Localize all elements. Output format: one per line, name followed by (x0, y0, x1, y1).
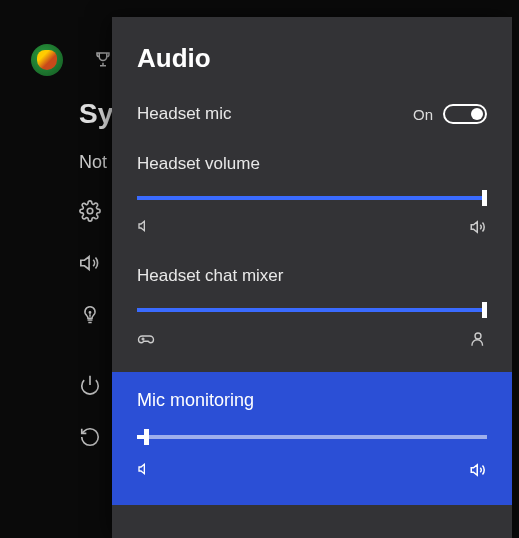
audio-panel: Audio Headset mic On Headset volume (112, 17, 512, 538)
chat-mixer-slider[interactable] (137, 308, 487, 312)
chat-mixer-label: Headset chat mixer (137, 266, 283, 286)
speaker-low-icon (137, 461, 153, 479)
headset-mic-row: Headset mic On (112, 104, 512, 124)
settings-icon[interactable] (79, 200, 101, 222)
headset-volume-slider[interactable] (137, 196, 487, 200)
speaker-high-icon (469, 218, 487, 236)
headset-volume-section: Headset volume (112, 154, 512, 236)
person-icon (469, 330, 487, 348)
mic-monitoring-label: Mic monitoring (137, 390, 254, 411)
headset-mic-state: On (413, 106, 433, 123)
avatar[interactable] (31, 44, 63, 76)
headset-volume-label: Headset volume (137, 154, 260, 174)
panel-title: Audio (112, 17, 512, 74)
tips-icon[interactable] (79, 304, 101, 326)
speaker-low-icon (137, 218, 153, 236)
svg-point-0 (87, 208, 93, 214)
svg-point-1 (89, 312, 90, 313)
speaker-high-icon (469, 461, 487, 479)
headset-mic-label: Headset mic (137, 104, 231, 124)
achievements-icon[interactable] (94, 50, 112, 68)
mic-monitoring-slider[interactable] (137, 435, 487, 439)
game-controller-icon (137, 330, 155, 348)
restart-icon[interactable] (79, 426, 101, 448)
chat-mixer-section: Headset chat mixer (112, 266, 512, 348)
power-icon[interactable] (79, 374, 101, 396)
sidebar (79, 200, 101, 448)
svg-point-2 (475, 333, 481, 339)
mic-monitoring-section[interactable]: Mic monitoring (112, 372, 512, 505)
audio-icon[interactable] (79, 252, 101, 274)
headset-mic-toggle[interactable] (443, 104, 487, 124)
